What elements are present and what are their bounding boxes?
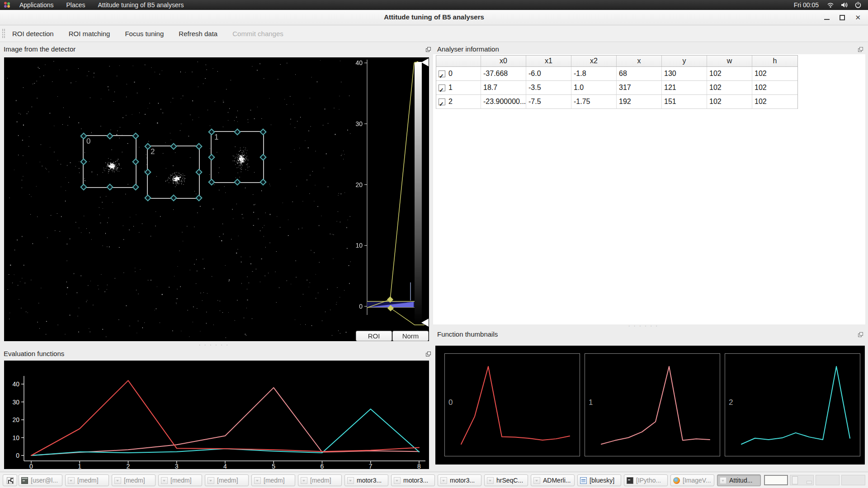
taskbar-item-medm[interactable]: [medm]	[298, 474, 342, 486]
menu-applications[interactable]: Applications	[15, 0, 58, 10]
evaluation-panel-float-icon[interactable]	[425, 351, 431, 357]
roi-box-1[interactable]: 1	[211, 131, 264, 183]
taskbar-item-label: [medm]	[170, 477, 192, 484]
row-select-cell[interactable]: 1	[436, 81, 481, 94]
detector-panel-float-icon[interactable]	[425, 46, 431, 52]
show-windows-button[interactable]	[3, 474, 17, 486]
cell-w[interactable]: 102	[707, 81, 752, 94]
column-header-y[interactable]: y	[662, 56, 707, 66]
volume-icon[interactable]	[840, 1, 848, 9]
workspace-1[interactable]	[764, 475, 788, 485]
thumbnail-label: 0	[448, 398, 453, 407]
column-header-h[interactable]: h	[752, 56, 797, 66]
taskbar-item-medm[interactable]: [medm]	[205, 474, 249, 486]
taskbar-item-motor3[interactable]: motor3...	[438, 474, 481, 486]
column-header-x0[interactable]: x0	[481, 56, 526, 66]
thumbnail-2[interactable]: 2	[725, 353, 860, 456]
table-row[interactable]: 118.7-3.51.0317121102102	[436, 81, 797, 95]
analyser-panel-float-icon[interactable]	[858, 46, 863, 52]
taskbar-item-label: motor3...	[450, 477, 475, 484]
cell-x2[interactable]: 1.0	[571, 81, 617, 94]
close-button[interactable]: ✕	[855, 14, 861, 21]
taskbar-item-medm[interactable]: [medm]	[112, 474, 156, 486]
table-row[interactable]: 2-23.900000...-7.5-1.75192151102102	[436, 95, 797, 109]
cell-h[interactable]: 102	[752, 95, 797, 108]
cell-x1[interactable]: -3.5	[526, 81, 571, 94]
workspace-3[interactable]	[816, 475, 840, 485]
column-header-x1[interactable]: x1	[526, 56, 571, 66]
menu-active-app[interactable]: Attitude tuning of B5 analysers	[94, 0, 189, 10]
cell-y[interactable]: 130	[662, 67, 707, 80]
cell-y[interactable]: 151	[662, 95, 707, 108]
thumbnail-1[interactable]: 1	[585, 353, 720, 456]
toolbar-item-roi-detection[interactable]: ROI detection	[9, 28, 57, 39]
detector-image[interactable]: 010203040 021 ROI Norm	[4, 57, 429, 341]
taskbar-item-medm[interactable]: [medm]	[251, 474, 295, 486]
menu-places[interactable]: Places	[62, 0, 90, 10]
row-id: 1	[448, 81, 453, 94]
column-header-w[interactable]: w	[707, 56, 752, 66]
taskbar-item-medm[interactable]: [medm]	[158, 474, 202, 486]
cell-w[interactable]: 102	[707, 67, 752, 80]
clock[interactable]: Fri 00:05	[794, 1, 819, 9]
toolbar-item-roi-matching[interactable]: ROI matching	[65, 28, 114, 39]
taskbar-item-medm[interactable]: [medm]	[65, 474, 109, 486]
toolbar-item-refresh-data[interactable]: Refresh data	[175, 28, 221, 39]
row-select-cell[interactable]: 2	[436, 95, 481, 108]
workspace-4[interactable]	[841, 475, 865, 485]
row-checkbox[interactable]	[439, 70, 445, 77]
table-row[interactable]: 0-37.668-6.0-1.868130102102	[436, 67, 797, 81]
network-icon[interactable]	[827, 1, 834, 9]
taskbar-item-ipytho[interactable]: [IPytho...	[624, 474, 668, 486]
roi-box-0[interactable]: 0	[83, 135, 137, 188]
cell-y[interactable]: 121	[662, 81, 707, 94]
taskbar-item-motor3[interactable]: motor3...	[344, 474, 388, 486]
taskbar-item-attitud[interactable]: Attitud...	[717, 474, 761, 486]
taskbar-item-admerli[interactable]: ADMerli...	[531, 474, 575, 486]
taskbar-item-motor3[interactable]: motor3...	[391, 474, 435, 486]
cell-x[interactable]: 317	[617, 81, 662, 94]
evaluation-chart[interactable]: 010203040012345678	[4, 361, 429, 469]
cell-h[interactable]: 102	[752, 81, 797, 94]
horizontal-splitter-handle[interactable]	[628, 324, 659, 328]
row-select-cell[interactable]: 0	[436, 67, 481, 80]
row-checkbox[interactable]	[439, 99, 445, 105]
toolbar-drag-handle[interactable]	[2, 29, 5, 38]
norm-scale-button[interactable]: Norm	[392, 331, 429, 341]
cell-x[interactable]: 68	[617, 67, 662, 80]
thumbnails-panel-title: Function thumbnails	[437, 330, 498, 338]
column-header-x2[interactable]: x2	[571, 56, 617, 66]
windows-overview-icon	[7, 477, 14, 484]
taskbar-item-imagev[interactable]: [ImageV...	[670, 474, 714, 486]
distro-logo-icon[interactable]	[4, 1, 10, 8]
thumbnails-panel-float-icon[interactable]	[858, 331, 863, 337]
analyser-table-header: x0x1x2xywh	[436, 56, 797, 67]
row-checkbox[interactable]	[439, 84, 445, 91]
cell-x1[interactable]: -6.0	[526, 67, 571, 80]
roi-scale-button[interactable]: ROI	[356, 331, 392, 341]
taskbar-item-userl[interactable]: [user@l...	[19, 474, 62, 486]
cell-w[interactable]: 102	[707, 95, 752, 108]
cell-x1[interactable]: -7.5	[526, 95, 571, 108]
cell-x0[interactable]: 18.7	[481, 81, 526, 94]
cell-h[interactable]: 102	[752, 67, 797, 80]
roi-box-2[interactable]: 2	[147, 145, 200, 199]
column-header-x[interactable]: x	[617, 56, 662, 66]
analyser-table[interactable]: x0x1x2xywh0-37.668-6.0-1.868130102102118…	[436, 55, 798, 109]
cell-x2[interactable]: -1.75	[571, 95, 617, 108]
column-header-select[interactable]	[436, 56, 481, 66]
minimize-button[interactable]	[824, 19, 830, 20]
workspace-2[interactable]	[790, 475, 814, 485]
toolbar-item-focus-tuning[interactable]: Focus tuning	[121, 28, 167, 39]
cell-x0[interactable]: -37.668	[481, 67, 526, 80]
cell-x2[interactable]: -1.8	[571, 67, 617, 80]
maximize-button[interactable]	[840, 15, 845, 20]
taskbar-item-hrseqc[interactable]: hrSeqC...	[484, 474, 528, 486]
cell-x[interactable]: 192	[617, 95, 662, 108]
cell-x0[interactable]: -23.900000...	[481, 95, 526, 108]
bottom-splitter-handle[interactable]	[199, 343, 229, 347]
thumbnail-0[interactable]: 0	[444, 353, 580, 456]
function-thumbnails[interactable]: 012	[435, 346, 865, 465]
taskbar-item-bluesky[interactable]: [bluesky]	[577, 474, 621, 486]
power-icon[interactable]	[854, 1, 862, 9]
